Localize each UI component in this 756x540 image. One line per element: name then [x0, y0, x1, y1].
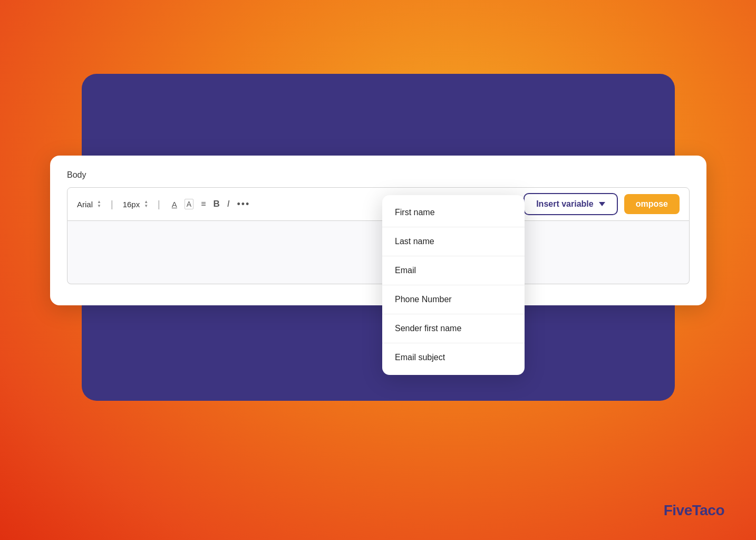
size-selector[interactable]: 16px ▲▼ — [123, 200, 148, 209]
size-sort-arrows: ▲▼ — [144, 200, 148, 208]
insert-variable-label: Insert variable — [536, 199, 594, 209]
main-card: Body Arial ▲▼ | 16px ▲▼ | A A ≡ B I ••• … — [50, 156, 706, 305]
align-icon[interactable]: ≡ — [201, 199, 206, 209]
dropdown-item-first-name[interactable]: First name — [382, 198, 525, 227]
toolbar-right: Insert variable ompose — [524, 193, 680, 215]
text-editor-area[interactable] — [67, 221, 690, 284]
dropdown-item-last-name[interactable]: Last name — [382, 227, 525, 256]
insert-variable-button[interactable]: Insert variable — [524, 193, 618, 215]
font-name: Arial — [77, 200, 93, 209]
dropdown-item-sender-first-name[interactable]: Sender first name — [382, 314, 525, 343]
chevron-down-icon — [599, 202, 605, 206]
toolbar-divider-2: | — [158, 199, 160, 210]
font-sort-arrows: ▲▼ — [97, 200, 101, 208]
compose-button[interactable]: ompose — [624, 194, 680, 214]
brand-name-part2: Taco — [692, 502, 724, 518]
toolbar-divider-1: | — [111, 199, 113, 210]
dropdown-item-email[interactable]: Email — [382, 256, 525, 285]
compose-label: ompose — [636, 199, 668, 208]
bold-icon[interactable]: B — [213, 199, 219, 209]
dropdown-item-email-subject[interactable]: Email subject — [382, 343, 525, 372]
toolbar: Arial ▲▼ | 16px ▲▼ | A A ≡ B I ••• Inser… — [67, 187, 690, 221]
brand-name-part1: Five — [664, 502, 692, 518]
text-color-icon[interactable]: A — [172, 200, 177, 209]
italic-icon[interactable]: I — [227, 199, 230, 209]
more-options-icon[interactable]: ••• — [237, 199, 250, 210]
dropdown-item-phone-number[interactable]: Phone Number — [382, 285, 525, 314]
formatting-icons: A A ≡ B I ••• — [172, 199, 250, 210]
body-label: Body — [67, 170, 690, 180]
highlight-icon[interactable]: A — [185, 199, 193, 209]
font-size: 16px — [123, 200, 140, 209]
font-selector[interactable]: Arial ▲▼ — [77, 200, 101, 209]
brand-logo: FiveTaco — [664, 502, 724, 519]
insert-variable-dropdown: First name Last name Email Phone Number … — [382, 195, 525, 375]
